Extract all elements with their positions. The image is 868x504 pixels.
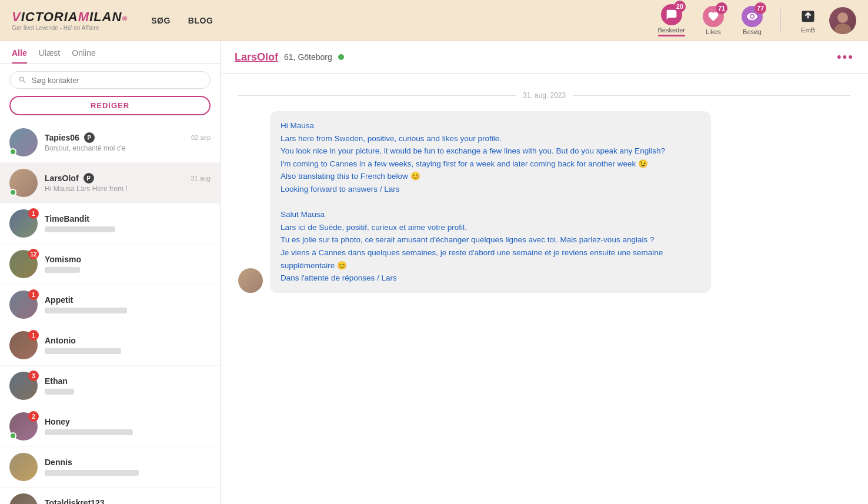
nav-blog[interactable]: BLOG bbox=[188, 16, 213, 25]
contact-item[interactable]: 12 Yomismo bbox=[0, 244, 220, 285]
contact-item[interactable]: Tapies06 P 02 sep Bonjour, enchanté moi … bbox=[0, 122, 220, 163]
user-avatar[interactable] bbox=[829, 7, 856, 34]
emb-icon bbox=[799, 8, 817, 26]
unread-badge: 12 bbox=[28, 249, 39, 259]
logo-sub: Gør livet Levende - Ha' en Affære bbox=[12, 25, 128, 31]
contact-name-row: TimeBandit bbox=[45, 214, 211, 223]
contact-item[interactable]: 1 Antonio bbox=[0, 325, 220, 366]
msg-line: Hi Mausa bbox=[281, 119, 700, 132]
contact-info: Ethan bbox=[45, 376, 211, 395]
contact-preview bbox=[45, 387, 211, 395]
message-group: Hi Mausa Lars here from Sweden, positive… bbox=[238, 111, 850, 293]
message-bubble: Hi Mausa Lars here from Sweden, positive… bbox=[270, 111, 711, 293]
contact-item[interactable]: Totaldiskret123 bbox=[0, 488, 220, 504]
contact-item[interactable]: 2 Honey bbox=[0, 406, 220, 447]
avatar-wrap bbox=[9, 169, 38, 197]
search-icon bbox=[18, 75, 27, 85]
rediger-button[interactable]: REDIGER bbox=[9, 96, 211, 115]
nav-sog[interactable]: SØG bbox=[151, 16, 171, 25]
msg-line: You look nice in your picture, it would … bbox=[281, 145, 700, 158]
msg-line: Salut Mausa bbox=[281, 208, 700, 221]
avatar-wrap bbox=[9, 493, 38, 504]
contact-name-row: LarsOlof P 31 aug bbox=[45, 173, 211, 183]
contact-name: Appetit bbox=[45, 295, 73, 305]
emb-button[interactable]: EmB bbox=[793, 5, 823, 36]
chat-area: LarsOlof 61, Göteborg ••• 31. aug. 2023 … bbox=[221, 41, 868, 504]
msg-line: Je viens à Cannes dans quelques semaines… bbox=[281, 246, 700, 272]
avatar-wrap: 1 bbox=[9, 209, 38, 238]
msg-line: Looking forward to answers / Lars bbox=[281, 183, 700, 196]
contact-preview: Hi Mausa Lars Here from ! bbox=[45, 185, 211, 193]
contact-name-row: Appetit bbox=[45, 295, 211, 305]
sidebar-tabs: Alle Ulæst Online bbox=[0, 41, 220, 64]
unread-badge: 3 bbox=[28, 371, 39, 381]
contact-name-row: Tapies06 P 02 sep bbox=[45, 132, 211, 143]
contact-info: Tapies06 P 02 sep Bonjour, enchanté moi … bbox=[45, 132, 211, 152]
unread-badge: 2 bbox=[28, 411, 39, 422]
contact-preview bbox=[45, 346, 211, 355]
beskeder-icon: 20 bbox=[661, 4, 682, 25]
avatar-wrap: 2 bbox=[9, 412, 38, 440]
contact-name: Dennis bbox=[45, 458, 72, 467]
contact-info: TimeBandit bbox=[45, 214, 211, 233]
contact-name: Honey bbox=[45, 417, 70, 426]
chat-messages: 31. aug. 2023 Hi Mausa Lars here from Sw… bbox=[221, 74, 868, 504]
online-indicator bbox=[9, 148, 16, 155]
contact-name-row: Ethan bbox=[45, 376, 211, 386]
contact-item[interactable]: Dennis bbox=[0, 447, 220, 488]
chat-location: Göteborg bbox=[298, 52, 332, 62]
besog-label: Besøg bbox=[743, 28, 762, 35]
unread-badge: 1 bbox=[28, 208, 39, 219]
unread-badge: 1 bbox=[28, 330, 39, 341]
contact-name: Totaldiskret123 bbox=[45, 498, 105, 504]
chat-more-button[interactable]: ••• bbox=[837, 49, 854, 65]
search-input[interactable] bbox=[32, 76, 202, 85]
tab-ulaest[interactable]: Ulæst bbox=[39, 48, 61, 64]
besog-button[interactable]: 77 Besøg bbox=[736, 3, 769, 38]
msg-line: Lars ici de Suède, positif, curieux et a… bbox=[281, 221, 700, 234]
contact-name: Antonio bbox=[45, 336, 76, 345]
contact-item[interactable]: 1 Appetit bbox=[0, 285, 220, 325]
header-divider bbox=[780, 9, 781, 32]
contact-info: Dennis bbox=[45, 458, 211, 476]
contact-name-row: Antonio bbox=[45, 336, 211, 345]
contact-item[interactable]: LarsOlof P 31 aug Hi Mausa Lars Here fro… bbox=[0, 163, 220, 203]
contact-info: Appetit bbox=[45, 295, 211, 314]
contact-info: Totaldiskret123 bbox=[45, 498, 211, 504]
main-container: Alle Ulæst Online REDIGER Tapi bbox=[0, 41, 868, 504]
contact-list: Tapies06 P 02 sep Bonjour, enchanté moi … bbox=[0, 122, 220, 504]
beskeder-button[interactable]: 20 Beskeder bbox=[652, 1, 691, 39]
beskeder-badge: 20 bbox=[674, 1, 686, 12]
svg-point-0 bbox=[837, 12, 848, 23]
online-indicator bbox=[9, 432, 16, 439]
date-divider: 31. aug. 2023 bbox=[238, 91, 850, 99]
avatar-wrap bbox=[9, 128, 38, 156]
chat-username[interactable]: LarsOlof bbox=[235, 51, 278, 64]
header: VictoriaMilan® Gør livet Levende - Ha' e… bbox=[0, 0, 868, 41]
contact-name-row: Yomismo bbox=[45, 255, 211, 264]
contact-item[interactable]: 3 Ethan bbox=[0, 366, 220, 406]
msg-line: Also translating this to French below 😊 bbox=[281, 170, 700, 183]
search-box[interactable] bbox=[9, 71, 211, 89]
contact-name-row: Dennis bbox=[45, 458, 211, 467]
sidebar: Alle Ulæst Online REDIGER Tapi bbox=[0, 41, 221, 504]
likes-button[interactable]: 71 Likes bbox=[697, 3, 730, 38]
contact-name: LarsOlof bbox=[45, 173, 79, 183]
tab-online[interactable]: Online bbox=[72, 48, 95, 64]
contact-item[interactable]: 1 TimeBandit bbox=[0, 203, 220, 244]
avatar-wrap: 1 bbox=[9, 331, 38, 359]
chat-online-indicator bbox=[338, 54, 344, 60]
chat-header: LarsOlof 61, Göteborg ••• bbox=[221, 41, 868, 74]
beskeder-label: Beskeder bbox=[658, 26, 685, 34]
date-label: 31. aug. 2023 bbox=[523, 91, 566, 99]
avatar-wrap bbox=[9, 453, 38, 481]
msg-line: Tu es jolie sur ta photo, ce serait amus… bbox=[281, 233, 700, 246]
contact-info: LarsOlof P 31 aug Hi Mausa Lars Here fro… bbox=[45, 173, 211, 193]
contact-info: Antonio bbox=[45, 336, 211, 355]
besog-badge: 77 bbox=[755, 2, 766, 14]
contact-time: 31 aug bbox=[191, 175, 211, 182]
contact-name-row: Honey bbox=[45, 417, 211, 426]
message-avatar bbox=[238, 268, 263, 293]
avatar-wrap: 3 bbox=[9, 372, 38, 400]
tab-alle[interactable]: Alle bbox=[12, 48, 27, 64]
